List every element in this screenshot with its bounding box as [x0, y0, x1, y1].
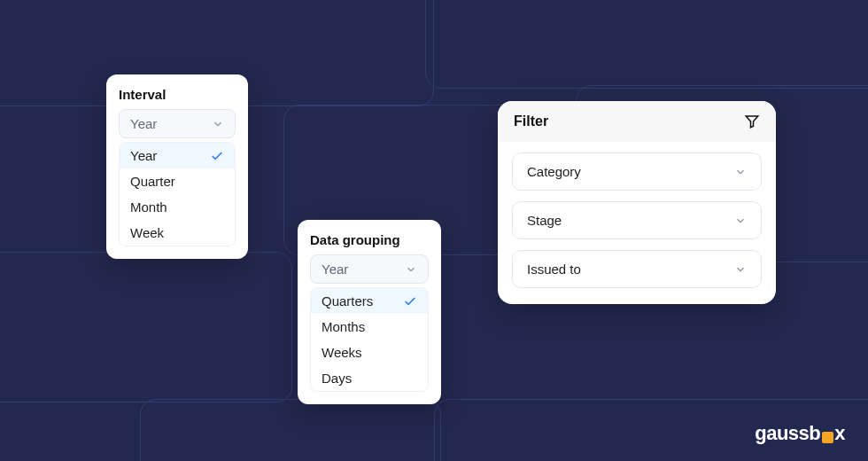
grouping-option-months[interactable]: Months — [311, 314, 428, 340]
option-label: Weeks — [322, 345, 362, 360]
chevron-down-icon — [734, 215, 747, 227]
check-icon — [210, 149, 224, 163]
option-label: Quarters — [322, 293, 373, 309]
option-label: Month — [130, 199, 167, 215]
grouping-title: Data grouping — [310, 232, 429, 247]
filter-row-issued-to[interactable]: Issued to — [512, 250, 762, 288]
grouping-select[interactable]: Year — [310, 254, 429, 284]
filter-row-category[interactable]: Category — [512, 152, 762, 191]
brand-text-pre: gaussb — [755, 422, 820, 445]
grouping-option-days[interactable]: Days — [311, 365, 428, 391]
brand-logo: gaussb x — [755, 422, 845, 445]
filter-header: Filter — [498, 101, 776, 142]
interval-options: Year Quarter Month Week — [119, 142, 236, 246]
option-label: Week — [130, 225, 164, 240]
filter-row-label: Issued to — [527, 262, 581, 277]
filter-row-label: Category — [527, 164, 581, 179]
chevron-down-icon — [405, 263, 417, 276]
bg-decoration — [140, 399, 441, 461]
option-label: Year — [130, 148, 157, 163]
bg-decoration — [425, 0, 868, 89]
grouping-option-quarters[interactable]: Quarters — [311, 288, 428, 314]
chevron-down-icon — [734, 166, 747, 178]
bg-decoration — [0, 252, 292, 402]
filter-title: Filter — [514, 113, 548, 129]
interval-option-quarter[interactable]: Quarter — [120, 168, 235, 194]
filter-body: Category Stage Issued to — [498, 142, 776, 304]
option-label: Months — [322, 319, 365, 334]
interval-title: Interval — [119, 87, 236, 102]
brand-text-post: x — [834, 422, 845, 445]
check-icon — [403, 294, 417, 309]
svg-marker-0 — [746, 116, 758, 128]
brand-accent-icon — [822, 432, 833, 443]
filter-icon[interactable] — [744, 113, 760, 129]
chevron-down-icon — [734, 263, 747, 276]
interval-option-month[interactable]: Month — [120, 194, 235, 220]
chevron-down-icon — [212, 118, 224, 130]
interval-select[interactable]: Year — [119, 109, 236, 138]
grouping-card: Data grouping Year Quarters Months Weeks… — [298, 220, 441, 404]
interval-card: Interval Year Year Quarter Month Week — [106, 74, 248, 259]
interval-option-year[interactable]: Year — [120, 143, 235, 168]
interval-selected-value: Year — [130, 116, 157, 131]
filter-row-stage[interactable]: Stage — [512, 201, 762, 239]
option-label: Days — [322, 371, 352, 386]
interval-option-week[interactable]: Week — [120, 220, 235, 246]
grouping-option-weeks[interactable]: Weeks — [311, 340, 428, 365]
option-label: Quarter — [130, 174, 175, 189]
grouping-selected-value: Year — [322, 262, 348, 277]
filter-row-label: Stage — [527, 213, 562, 228]
grouping-options: Quarters Months Weeks Days — [310, 287, 429, 392]
filter-panel: Filter Category Stage Issued to — [498, 101, 776, 304]
